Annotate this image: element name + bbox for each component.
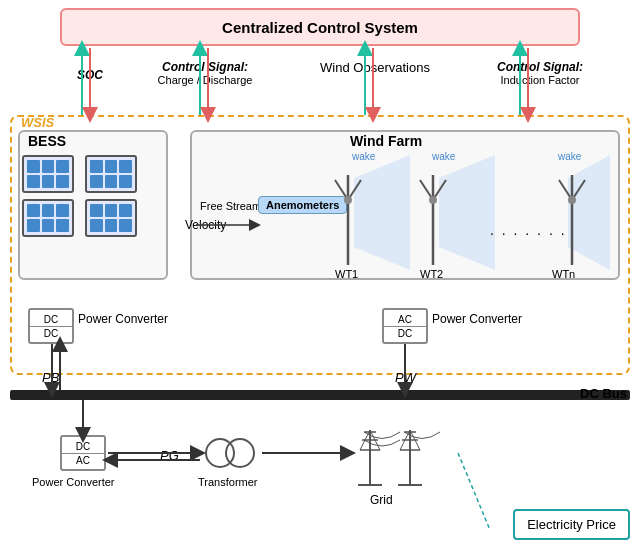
- grid-icon: [350, 420, 450, 490]
- battery-cell-1: [22, 155, 74, 193]
- svg-point-1: [226, 439, 254, 467]
- dc-bus-label: DC Bus: [580, 386, 627, 401]
- ctrl-signal-1-title: Control Signal:: [140, 60, 270, 74]
- anemometer-box: Anemometers: [258, 196, 347, 214]
- power-converter-label-3: Power Converter: [32, 476, 115, 488]
- bess-converter-top: DC: [30, 313, 72, 327]
- windfarm-label: Wind Farm: [350, 133, 422, 149]
- soc-block: SOC: [60, 68, 120, 82]
- control-signal-2-block: Control Signal: Induction Factor: [475, 60, 605, 86]
- battery-cell-2: [85, 155, 137, 193]
- pg-label: PG: [160, 448, 179, 463]
- wake-label-1: wake: [352, 151, 375, 162]
- ctrl-signal-1-sub: Charge / Discharge: [140, 74, 270, 86]
- diagram: Centralized Control System WSIS BESS Win…: [0, 0, 640, 550]
- battery-cell-4: [85, 199, 137, 237]
- wake-label-2: wake: [432, 151, 455, 162]
- pw-label: PW: [395, 370, 416, 385]
- battery-cell-3: [22, 199, 74, 237]
- pb-label: PB: [42, 370, 59, 385]
- transformer-label: Transformer: [198, 476, 258, 488]
- wt1-label: WT1: [335, 268, 358, 280]
- grid-label: Grid: [370, 493, 393, 507]
- svg-line-47: [458, 453, 490, 530]
- electricity-price-box: Electricity Price: [513, 509, 630, 540]
- dcac-bot: AC: [62, 454, 104, 467]
- bess-label: BESS: [28, 133, 66, 149]
- velocity-label: Velocity: [185, 218, 226, 232]
- ctrl-signal-2-sub: Induction Factor: [475, 74, 605, 86]
- dc-bus: [10, 390, 630, 400]
- control-system-label: Centralized Control System: [222, 19, 418, 36]
- wind-obs-label: Wind Observations: [295, 60, 455, 75]
- wtn-label: WTn: [552, 268, 575, 280]
- dcac-top: DC: [62, 440, 104, 454]
- battery-grid: [22, 155, 142, 237]
- windfarm-converter-top: AC: [384, 313, 426, 327]
- bess-converter-bot: DC: [30, 327, 72, 340]
- power-converter-label-2: Power Converter: [432, 312, 522, 326]
- soc-label: SOC: [60, 68, 120, 82]
- control-system-box: Centralized Control System: [60, 8, 580, 46]
- wind-obs-block: Wind Observations: [295, 60, 455, 75]
- free-stream-label: Free Stream: [200, 200, 261, 212]
- transformer-symbol: [200, 435, 260, 471]
- electricity-price-label: Electricity Price: [527, 517, 616, 532]
- control-signal-1-block: Control Signal: Charge / Discharge: [140, 60, 270, 86]
- power-converter-label-1: Power Converter: [78, 312, 168, 326]
- windfarm-converter-bot: DC: [384, 327, 426, 340]
- wake-label-3: wake: [558, 151, 581, 162]
- ctrl-signal-2-title: Control Signal:: [475, 60, 605, 74]
- bess-converter-box: DC DC: [28, 308, 74, 344]
- dots: · · · · · · ·: [490, 225, 567, 241]
- dcac-converter-box: DC AC: [60, 435, 106, 471]
- windfarm-converter-box: AC DC: [382, 308, 428, 344]
- wt2-label: WT2: [420, 268, 443, 280]
